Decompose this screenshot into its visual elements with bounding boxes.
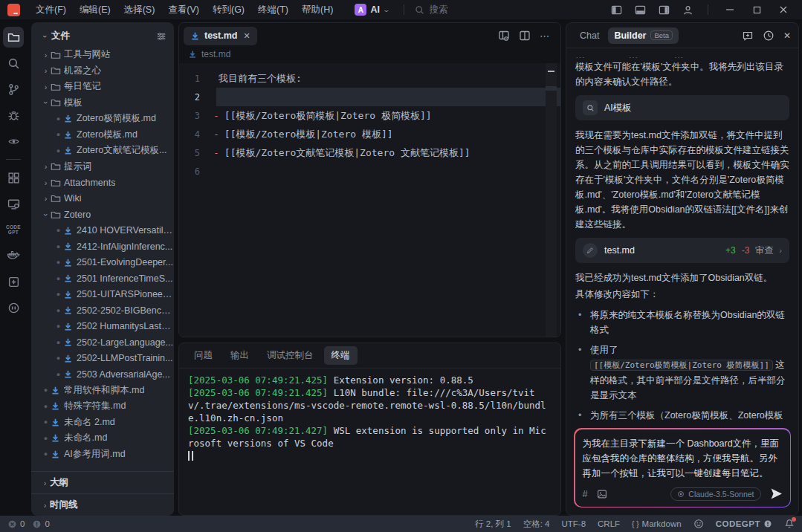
tree-item[interactable]: › ● Zotero [31,207,174,223]
tree-item[interactable]: › ● 2502-2502-BIGBench... [31,302,174,319]
breadcrumb[interactable]: test.md [179,45,560,63]
language-mode[interactable]: { }Markdown [632,519,682,528]
bullet-dot-icon: ● [54,259,63,266]
menu-item[interactable]: 终端(T) [251,1,295,19]
search-tool-card[interactable]: AI模板 [575,95,789,120]
panel-tab[interactable]: 调试控制台 [259,346,321,365]
tree-item[interactable]: › ● 2410 HOVERVersatile... [31,223,174,239]
history-icon[interactable] [763,30,774,42]
tree-item[interactable]: › ● 2412-InfAlignInferenc... [31,239,174,255]
problems-summary[interactable]: 0 0 [7,519,50,529]
chat-input[interactable]: 为我在主目录下新建一个 Dashboard文件，里面应包含我的仓库的整体结构，方… [575,429,790,507]
split-editor-icon[interactable] [519,30,531,42]
chat-input-text[interactable]: 为我在主目录下新建一个 Dashboard文件，里面应包含我的仓库的整体结构，方… [583,436,783,481]
tree-item[interactable]: › ● Zotero极简模板.md [31,111,174,127]
menu-item[interactable]: 编辑(E) [73,1,117,19]
tree-item[interactable]: › ● 2502 HumanitysLastE... [31,319,174,335]
new-chat-icon[interactable] [742,30,754,42]
tree-item[interactable]: › ● Attachments [31,175,174,191]
close-panel-icon[interactable]: ✕ [783,30,791,41]
tree-item[interactable]: › ● 2501-UITARSPioneeri... [31,287,174,303]
notifications-bell[interactable] [784,519,795,529]
remote-explorer-icon[interactable] [3,193,24,214]
file-edit-card[interactable]: test.md +3 -3 审查 › [575,238,789,263]
codegpt-status[interactable]: CODEGPT [716,519,772,528]
cursor-position[interactable]: 行 2, 列 1 [475,519,511,530]
extensions-icon[interactable] [3,167,24,188]
editor-tab[interactable]: test.md ✕ [184,27,257,45]
encoding[interactable]: UTF-8 [561,519,586,528]
send-icon[interactable] [770,487,783,500]
folder-icon [51,97,64,108]
maximize-button[interactable] [744,1,769,19]
terminal[interactable]: [2025-03-06 07:49:21.425] Extension vers… [179,369,560,515]
toggle-sidebar-left-icon[interactable] [605,1,627,18]
docker-icon[interactable] [3,245,24,266]
tree-item[interactable]: › ● 模板 [31,95,174,111]
tree-item[interactable]: › ● 常用软件和脚本.md [31,383,174,399]
close-window-button[interactable] [771,1,796,19]
open-preview-icon[interactable] [498,30,510,42]
tree-item[interactable]: › ● 未命名.md [31,430,174,447]
sidebar-section[interactable]: › 时间线 [31,493,174,516]
menu-item[interactable]: 选择(S) [117,1,162,19]
review-button[interactable]: 审查 [755,243,773,258]
minimap[interactable] [546,63,557,337]
sidebar-section[interactable]: › 大纲 [31,471,174,493]
tree-item[interactable]: › ● 2502-LargeLanguage... [31,334,174,351]
tree-item[interactable]: › ● AI参考用词.md [31,447,174,463]
code-line: 2 [179,88,560,106]
attach-image-icon[interactable] [597,489,607,499]
panel-tab[interactable]: 终端 [324,346,358,365]
ai-menu[interactable]: A AI ⌄ [350,2,393,17]
tab-builder[interactable]: Builder Beta [608,27,679,44]
app-logo-icon[interactable] [7,4,20,16]
toggle-sidebar-right-icon[interactable] [653,1,675,18]
source-control-icon[interactable] [3,79,24,100]
tab-chat[interactable]: Chat [574,27,605,44]
account-icon[interactable] [676,1,699,18]
minimize-button[interactable] [717,1,743,19]
tree-item[interactable]: › ● 提示词 [31,159,174,175]
code-review-icon[interactable] [3,131,24,152]
tree-item[interactable]: › ● 每日笔记 [31,79,174,95]
tree-item[interactable]: › ● 2502-LLMPostTrainin... [31,351,174,367]
tree-item[interactable]: › ● 2501-EvolvingDeeper... [31,255,174,271]
menu-item[interactable]: 文件(F) [29,1,73,19]
tree-item[interactable]: › ● Zotero模板.md [31,127,174,143]
panel-tab[interactable]: 问题 [187,346,220,365]
bot-icon[interactable] [3,297,24,318]
chevron-down-icon[interactable]: › [41,31,50,41]
more-actions-icon[interactable]: ⋯ [540,30,550,42]
tree-item[interactable]: › ● Wiki [31,191,174,207]
menu-item[interactable]: 查看(V) [161,1,206,19]
filter-icon[interactable] [156,31,166,42]
debug-icon[interactable] [3,105,24,126]
indentation[interactable]: 空格: 4 [523,519,550,530]
eol[interactable]: CRLF [598,519,620,528]
model-selector[interactable]: Claude-3.5-Sonnet [670,487,760,501]
tree-item[interactable]: › ● 机器之心 [31,63,174,80]
context-hash-button[interactable]: # [583,488,588,499]
tree-item[interactable]: › ● 未命名 2.md [31,415,174,431]
menu-item[interactable]: 帮助(H) [295,1,340,19]
tree-item[interactable]: › ● 特殊字符集.md [31,398,174,415]
tree-item[interactable]: › ● 2501 InferenceTimeS... [31,270,174,287]
tree-item[interactable]: › ● 工具与网站 [31,47,174,63]
tree-item[interactable]: › ● 2503 AdversarialAge... [31,366,174,383]
explorer-icon[interactable] [3,27,24,48]
panel-tab[interactable]: 输出 [223,346,256,365]
search-view-icon[interactable] [3,53,24,74]
bullet-dot-icon: ● [54,371,63,378]
note-new-icon[interactable] [3,271,24,292]
feedback-smiley-icon[interactable] [693,519,704,529]
toggle-panel-icon[interactable] [629,1,651,18]
global-search[interactable]: 搜索 [415,4,447,16]
menu-item[interactable]: 转到(G) [206,1,251,19]
codegpt-icon[interactable]: CODEGPT [3,219,24,240]
markdown-file-icon [63,130,77,140]
chat-messages[interactable]: ⋯ ⋯ ⋯ 模板文件可能在'模板'文件夹中。我将先列出该目录的内容来确认文件路径… [566,48,798,422]
close-tab-icon[interactable]: ✕ [243,31,250,41]
tree-item[interactable]: › ● Zotero文献笔记模板... [31,143,174,159]
code-editor[interactable]: 1 我目前有三个模板: 2 3 -[[模板/Zotero极简模板|Zotero … [179,63,560,337]
